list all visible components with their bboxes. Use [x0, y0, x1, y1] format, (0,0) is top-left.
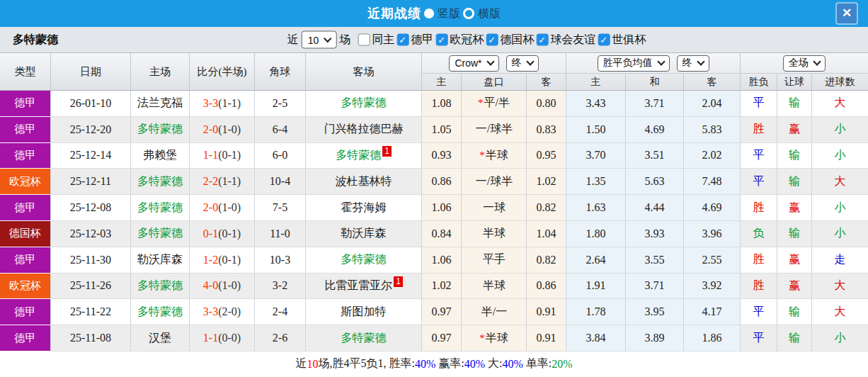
checkbox-icon: [396, 34, 409, 46]
league-filters: 同主 德甲 欧冠杯 德国杯 球会友谊 世俱杯: [358, 33, 646, 47]
goals-verdict: 大: [812, 274, 868, 300]
checkbox-label: 世俱杯: [612, 33, 646, 47]
ah-line-cell: *半球: [462, 325, 527, 351]
league-badge: 欧冠杯: [0, 169, 51, 195]
table-header-left: 类型 日期 主场 比分(半场) 角球 客场: [0, 53, 422, 90]
scope-value: 全场: [789, 57, 809, 69]
home-team: 多特蒙德: [131, 274, 190, 300]
halftime-score: (0-1): [218, 254, 241, 266]
radio-selected-icon: [424, 9, 434, 18]
odds-time-select-2[interactable]: 终: [677, 55, 709, 72]
avg-home: 1.91: [566, 274, 626, 300]
away-team: 多特蒙德: [306, 325, 422, 351]
corners: 7-5: [255, 195, 306, 221]
handicap-dropdown-group: Crow* 终: [422, 53, 566, 73]
goals-verdict: 大: [812, 91, 868, 117]
ah-home-odds: 1.08: [422, 91, 462, 117]
checkbox-icon: [486, 34, 498, 46]
layout-radio-horizontal[interactable]: 横版: [463, 6, 501, 21]
match-date: 25-11-26: [51, 274, 131, 300]
radio-horizontal-label: 横版: [478, 6, 501, 21]
window-title: 近期战绩: [367, 5, 421, 22]
ah-line: 半球: [483, 278, 506, 293]
corners: 10-3: [255, 247, 306, 274]
col-header-score: 比分(半场): [190, 53, 255, 90]
result-verdict: 胜: [741, 274, 777, 300]
fulltime-score: 1-1: [203, 149, 218, 162]
result-verdict: 平: [741, 325, 777, 351]
league-filter-checkbox[interactable]: 世俱杯: [598, 33, 646, 47]
goals-verdict: 走: [812, 247, 868, 274]
chevron-down-icon: [813, 58, 821, 66]
radio-unselected-icon: [463, 8, 474, 19]
handicap-verdict: 输: [777, 299, 812, 325]
league-filter-checkbox[interactable]: 同主: [358, 33, 394, 47]
avg-home: 3.84: [566, 325, 626, 351]
league-badge: 德甲: [0, 247, 51, 274]
home-team: 弗赖堡: [131, 143, 190, 169]
fulltime-score: 2-0: [203, 123, 218, 136]
odds-time-select-1[interactable]: 终: [506, 55, 539, 72]
match-count-value: 10: [308, 34, 319, 45]
score-cell: 0-1(0-1): [190, 221, 255, 247]
summary-part: 单率:: [523, 356, 552, 371]
avg-away: 2.55: [684, 247, 741, 274]
avg-away: 4.17: [684, 299, 741, 325]
team-label: 勒沃库森: [137, 252, 183, 267]
halftime-score: (0-0): [218, 332, 241, 344]
recent-results-window: 近期战绩 竖版 横版 多特蒙德 近 10 场 同主: [0, 0, 868, 377]
avg-home: 3.43: [566, 91, 626, 117]
subheader-ah-line: 盘口: [462, 74, 527, 90]
odds-time-value-1: 终: [512, 57, 522, 69]
avg-away: 2.04: [684, 91, 741, 117]
avg-away: 3.96: [684, 221, 741, 247]
table-header: 类型 日期 主场 比分(半场) 角球 客场 Crow* 终: [0, 53, 868, 91]
away-team: 勒沃库森: [306, 221, 422, 247]
avg-home: 2.64: [566, 247, 626, 274]
ah-away-odds: 0.82: [527, 195, 566, 221]
home-team: 多特蒙德: [131, 221, 190, 247]
table-row: 欧冠杯 25-11-26 多特蒙德 4-0(1-0) 3-2 比雷亚雷亚尔1 1…: [0, 274, 868, 300]
chevron-down-icon: [486, 58, 494, 66]
scope-select[interactable]: 全场: [783, 55, 826, 72]
score-cell: 3-3(2-0): [190, 299, 255, 325]
ah-line: 半/一: [481, 305, 507, 320]
league-filter-checkbox[interactable]: 球会友谊: [536, 33, 595, 47]
subheader-handicap: 让球: [777, 74, 812, 90]
odds-company-select[interactable]: Crow*: [449, 55, 498, 72]
result-verdict: 负: [741, 221, 777, 247]
col-header-corner: 角球: [255, 53, 306, 90]
league-filter-checkbox[interactable]: 德甲: [396, 33, 433, 47]
corners: 2-4: [255, 299, 306, 325]
layout-radio-vertical[interactable]: 竖版: [424, 6, 460, 21]
league-filter-checkbox[interactable]: 欧冠杯: [435, 33, 484, 47]
ah-away-odds: 0.82: [527, 247, 566, 274]
ah-home-odds: 0.97: [422, 325, 462, 351]
col-header-away: 客场: [306, 53, 422, 90]
away-team: 多特蒙德1: [306, 143, 422, 169]
table-row: 德甲 25-12-20 多特蒙德 2-0(1-0) 6-4 门兴格拉德巴赫 1.…: [0, 117, 868, 143]
match-date: 25-12-11: [51, 169, 131, 195]
match-date: 25-12-03: [51, 221, 131, 247]
score-cell: 2-2(1-1): [190, 169, 255, 195]
close-icon: [842, 7, 852, 20]
away-team: 多特蒙德: [306, 91, 422, 117]
match-count-select[interactable]: 10: [302, 31, 337, 49]
avg-odds-select[interactable]: 胜平负均值: [598, 55, 670, 72]
ah-line-cell: 一/球半: [462, 169, 527, 195]
avg-home: 1.78: [566, 299, 626, 325]
close-button[interactable]: [835, 2, 858, 25]
titlebar: 近期战绩 竖版 横版: [0, 0, 868, 27]
score-cell: 3-3(1-1): [190, 91, 255, 117]
ah-line: 平/半: [484, 96, 510, 111]
league-filter-checkbox[interactable]: 德国杯: [486, 33, 534, 47]
summary-part: 近: [295, 356, 307, 371]
subheader-result: 胜负: [741, 74, 777, 90]
table-row: 德甲 26-01-10 法兰克福 3-3(1-1) 2-5 多特蒙德 1.08 …: [0, 91, 868, 117]
avg-draw: 4.69: [626, 117, 684, 143]
chevron-down-icon: [657, 58, 665, 66]
ah-home-odds: 1.06: [422, 247, 462, 274]
ah-line-cell: *平/半: [462, 91, 527, 117]
team-label: 多特蒙德: [137, 201, 183, 215]
chevron-down-icon: [324, 34, 331, 42]
